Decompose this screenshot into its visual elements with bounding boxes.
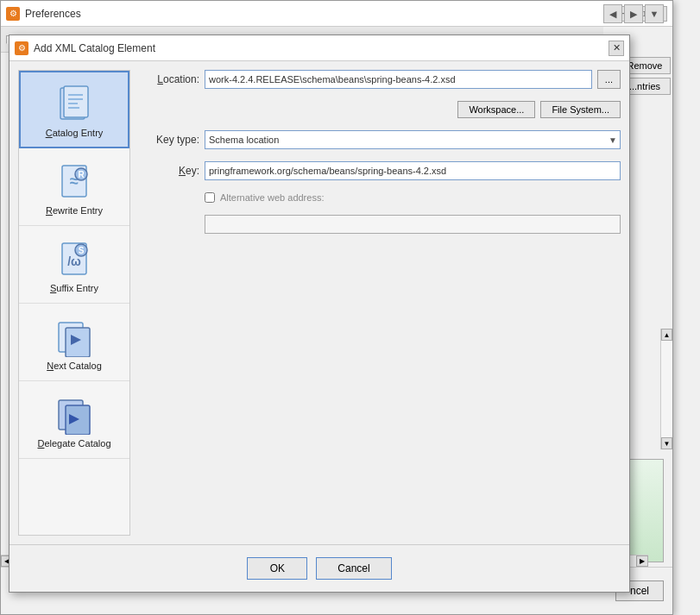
dropdown-button[interactable]: ▼ — [645, 4, 664, 23]
vertical-scrollbar[interactable]: ▲ ▼ — [660, 329, 672, 449]
filesystem-button[interactable]: File System... — [540, 101, 621, 118]
keytype-select-wrapper: Schema location Public ID System ID URI … — [205, 130, 621, 149]
sidebar-item-next-catalog[interactable]: Next Catalog — [19, 304, 129, 381]
svg-text:R: R — [78, 170, 85, 179]
scroll-up-arrow[interactable]: ▲ — [661, 329, 672, 341]
svg-text:S: S — [79, 246, 85, 255]
scroll-track[interactable] — [661, 341, 672, 437]
sidebar-item-delegate-catalog[interactable]: Delegate Catalog — [19, 381, 129, 459]
dialog-body: Catalog Entry ≈ R Rewrite Entry — [9, 61, 629, 544]
next-catalog-icon — [54, 316, 95, 357]
delegate-catalog-icon — [54, 393, 95, 435]
preferences-window-icon: ⚙ — [6, 7, 20, 21]
dialog-close-button[interactable]: ✕ — [609, 41, 624, 56]
preferences-title: Preferences — [25, 8, 617, 20]
add-catalog-dialog: ⚙ Add XML Catalog Element ✕ — [9, 35, 630, 593]
dialog-overlay: ⚙ Add XML Catalog Element ✕ — [9, 35, 630, 604]
forward-button[interactable]: ▶ — [624, 4, 643, 23]
next-catalog-label: Next Catalog — [47, 361, 102, 371]
location-row: Location: ... — [139, 70, 621, 89]
alternative-address-row: Alternative web address: — [139, 192, 621, 203]
preferences-toolbar: ◀ ▶ ▼ — [603, 4, 664, 23]
delegate-catalog-label: Delegate Catalog — [37, 438, 110, 449]
location-label: Location: — [139, 73, 199, 85]
sidebar-item-catalog-entry[interactable]: Catalog Entry — [19, 71, 129, 148]
back-button[interactable]: ◀ — [603, 4, 622, 23]
dialog-form: Location: ... Workspace... File System..… — [139, 70, 621, 536]
suffix-entry-icon: /ω S — [54, 238, 95, 279]
scroll-down-arrow[interactable]: ▼ — [661, 437, 672, 449]
alternative-address-wrapper — [139, 215, 621, 234]
catalog-entry-icon — [54, 83, 95, 124]
dialog-footer: OK Cancel — [9, 544, 629, 592]
workspace-button[interactable]: Workspace... — [457, 101, 535, 118]
rewrite-entry-label: Rewrite Entry — [46, 205, 103, 216]
dialog-icon: ⚙ — [15, 41, 28, 55]
scroll-right-arrow[interactable]: ▶ — [636, 555, 648, 567]
preferences-titlebar: ⚙ Preferences ─ □ ✕ — [1, 1, 672, 27]
dialog-title: Add XML Catalog Element — [34, 42, 609, 54]
alternative-address-input[interactable] — [205, 215, 621, 234]
browse-button[interactable]: ... — [597, 70, 621, 89]
keytype-row: Key type: Schema location Public ID Syst… — [139, 130, 621, 149]
catalog-sidebar: Catalog Entry ≈ R Rewrite Entry — [18, 70, 130, 536]
key-label: Key: — [139, 165, 199, 177]
keytype-select[interactable]: Schema location Public ID System ID URI — [205, 130, 621, 149]
sidebar-item-suffix-entry[interactable]: /ω S Suffix Entry — [19, 226, 129, 304]
suffix-entry-label: Suffix Entry — [50, 283, 98, 293]
cancel-button[interactable]: Cancel — [316, 557, 391, 580]
sidebar-item-rewrite-entry[interactable]: ≈ R Rewrite Entry — [19, 148, 129, 226]
workspace-filesystem-row: Workspace... File System... — [139, 101, 621, 118]
alternative-address-label: Alternative web address: — [220, 192, 324, 203]
location-input[interactable] — [205, 70, 592, 89]
alternative-address-checkbox[interactable] — [205, 192, 215, 203]
svg-text:/ω: /ω — [67, 254, 81, 268]
svg-rect-15 — [66, 328, 90, 357]
key-input[interactable] — [205, 161, 621, 180]
catalog-entry-label: Catalog Entry — [46, 128, 104, 138]
ok-button[interactable]: OK — [247, 557, 307, 580]
keytype-label: Key type: — [139, 134, 199, 146]
rewrite-entry-icon: ≈ R — [54, 160, 95, 202]
dialog-titlebar: ⚙ Add XML Catalog Element ✕ — [9, 35, 629, 61]
svg-rect-1 — [64, 86, 88, 117]
key-row: Key: — [139, 161, 621, 180]
